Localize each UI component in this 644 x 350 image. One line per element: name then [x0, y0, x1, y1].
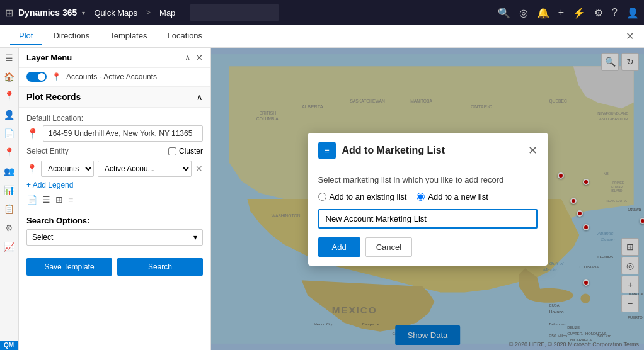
search-button[interactable]: Search	[117, 258, 203, 276]
collapse-icon[interactable]: ∧	[185, 53, 191, 62]
team-icon[interactable]: 👥	[4, 166, 14, 176]
location-icon[interactable]: 📍	[4, 147, 14, 157]
radio-existing-input[interactable]	[318, 193, 326, 201]
sub-nav: Plot Directions Templates Locations ✕	[0, 25, 644, 48]
menu-icon[interactable]: ☰	[5, 53, 13, 63]
add-button[interactable]: Add	[318, 237, 360, 257]
left-thin-sidebar: ☰ 🏠 📍 👤 📄 📍 👥 📊 📋 ⚙ 📈	[0, 48, 19, 350]
grid-action-icon[interactable]: ⊞	[55, 195, 63, 205]
cluster-checkbox-group: Cluster	[168, 147, 203, 155]
brand-chevron[interactable]: ▾	[82, 9, 85, 16]
cluster-checkbox[interactable]	[168, 147, 176, 155]
map-area: Hudson Bay Gulf of Mexico Atlantic Ocean…	[211, 48, 644, 350]
marketing-list-modal: ≡ Add to Marketing List ✕ Select marketi…	[308, 133, 548, 266]
layer-menu-title: Layer Menu	[26, 53, 72, 62]
radio-group: Add to an existing list Add to a new lis…	[318, 192, 538, 201]
default-location-input[interactable]	[43, 125, 203, 142]
people-icon[interactable]: 👤	[4, 110, 14, 120]
radio-existing[interactable]: Add to an existing list	[318, 192, 407, 201]
modal-close-btn[interactable]: ✕	[528, 144, 538, 157]
map-background: Hudson Bay Gulf of Mexico Atlantic Ocean…	[211, 48, 644, 350]
cluster-label: Cluster	[179, 147, 203, 155]
location-pin-icon: 📍	[26, 128, 39, 140]
brand-name: Dynamics 365	[18, 8, 77, 18]
nav-right-icons: 🔍 ◎ 🔔 + ⚡ ⚙ ? 👤	[498, 7, 639, 19]
doc-icon[interactable]: 📄	[4, 128, 14, 138]
filter-select[interactable]: Active Accou... All Accounts	[98, 161, 192, 177]
layer-toggle[interactable]	[26, 72, 47, 82]
main-layout: ☰ 🏠 📍 👤 📄 📍 👥 📊 📋 ⚙ 📈 Layer Menu ∧ ✕ 📍 A…	[0, 48, 644, 350]
search-select-dropdown[interactable]: Select ▾	[26, 229, 203, 246]
search-options-title: Search Options:	[26, 216, 203, 225]
align-icon[interactable]: ☰	[42, 195, 50, 205]
breadcrumb-sep: >	[146, 8, 151, 17]
question-icon[interactable]: ?	[612, 7, 618, 18]
plot-records-collapse[interactable]: ∧	[197, 93, 203, 102]
left-sidebar: Layer Menu ∧ ✕ 📍 Accounts - Active Accou…	[19, 48, 211, 350]
sub-nav-close[interactable]: ✕	[626, 30, 634, 42]
chevron-down-icon: ▾	[193, 233, 197, 242]
grid-icon[interactable]: ⊞	[5, 7, 13, 19]
settings-icon[interactable]: ⚙	[5, 223, 13, 233]
radio-existing-label: Add to an existing list	[330, 192, 407, 201]
plot-records-header: Plot Records ∧	[19, 86, 210, 108]
default-location-label: Default Location:	[26, 114, 203, 123]
radio-new[interactable]: Add to a new list	[417, 192, 488, 201]
home-icon[interactable]: 🏠	[4, 72, 14, 82]
save-template-button[interactable]: Save Template	[26, 258, 112, 276]
modal-title: Add to Marketing List	[342, 145, 522, 156]
action-icon-row: 📄 ☰ ⊞ ≡	[26, 195, 203, 205]
radio-new-label: Add to a new list	[428, 192, 488, 201]
modal-icon: ≡	[318, 142, 336, 159]
nav-search-input[interactable]	[190, 4, 279, 21]
plot-records-section: Default Location: 📍 Select Entity Cluste…	[19, 108, 210, 216]
tab-plot[interactable]: Plot	[10, 27, 42, 45]
layer-item: 📍 Accounts - Active Accounts	[19, 68, 210, 86]
search-options-section: Search Options: Select ▾	[19, 216, 210, 251]
list-action-icon[interactable]: ≡	[68, 195, 73, 205]
new-list-name-input[interactable]	[318, 209, 538, 229]
list-icon[interactable]: 📋	[4, 204, 14, 214]
chart-icon[interactable]: 📊	[4, 185, 14, 195]
radio-new-input[interactable]	[417, 193, 425, 201]
analytics-icon[interactable]: 📈	[4, 242, 14, 252]
filter-icon[interactable]: ⚡	[573, 7, 585, 19]
modal-buttons: Add Cancel	[318, 237, 538, 257]
search-icon[interactable]: 🔍	[498, 7, 510, 19]
layer-menu-header: Layer Menu ∧ ✕	[19, 48, 210, 68]
close-layer-icon[interactable]: ✕	[196, 53, 203, 62]
clear-entity-btn[interactable]: ✕	[195, 164, 203, 174]
modal-header: ≡ Add to Marketing List ✕	[308, 133, 548, 166]
entity-select[interactable]: Accounts Contacts Leads	[41, 161, 94, 177]
qm-badge: QM	[0, 341, 18, 350]
bell-icon[interactable]: 🔔	[537, 7, 549, 19]
select-entity-label: Select Entity	[26, 147, 69, 155]
layer-pin-icon: 📍	[52, 72, 61, 81]
gear-icon[interactable]: ⚙	[594, 7, 603, 19]
quick-maps-link[interactable]: Quick Maps	[90, 8, 141, 18]
tab-directions[interactable]: Directions	[44, 27, 98, 45]
bottom-buttons: Save Template Search	[19, 258, 210, 283]
user-icon[interactable]: 👤	[626, 7, 639, 19]
add-legend-btn[interactable]: + Add Legend	[26, 181, 73, 189]
tab-locations[interactable]: Locations	[158, 27, 211, 45]
tab-templates[interactable]: Templates	[101, 27, 156, 45]
layer-menu-actions: ∧ ✕	[185, 53, 203, 62]
breadcrumb-map: Map	[156, 8, 179, 18]
plot-records-title: Plot Records	[26, 92, 81, 102]
modal-overlay: ≡ Add to Marketing List ✕ Select marketi…	[211, 48, 644, 350]
modal-doc-icon: ≡	[324, 145, 329, 155]
layer-name: Accounts - Active Accounts	[66, 72, 157, 81]
entity-pin-icon: 📍	[26, 164, 37, 174]
pin-icon[interactable]: 📍	[4, 91, 14, 101]
top-nav: ⊞ Dynamics 365 ▾ Quick Maps > Map 🔍 ◎ 🔔 …	[0, 0, 644, 25]
target-icon[interactable]: ◎	[519, 7, 528, 19]
search-select-value: Select	[32, 233, 53, 242]
modal-body: Select marketing list in which you like …	[308, 166, 548, 266]
plus-icon[interactable]: +	[558, 7, 564, 18]
entity-filter-row: 📍 Accounts Contacts Leads Active Accou..…	[26, 161, 203, 177]
modal-description: Select marketing list in which you like …	[318, 175, 538, 184]
doc-action-icon[interactable]: 📄	[26, 195, 37, 205]
cancel-button[interactable]: Cancel	[365, 237, 412, 257]
